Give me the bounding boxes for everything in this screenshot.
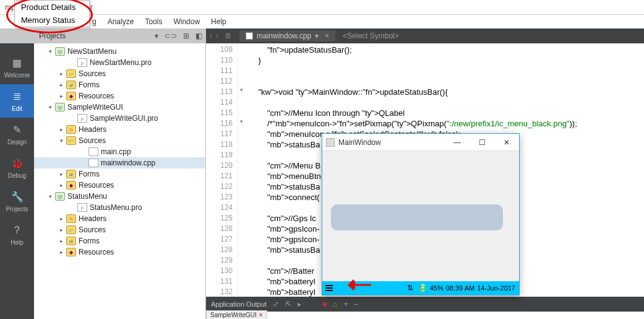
project-tree[interactable]: ▾NewStartMenuNewStartMenu.pro▸Sources▸Fo… — [34, 43, 205, 260]
fold-icon[interactable]: ▾ — [240, 87, 243, 93]
tree-row[interactable]: ▸Sources — [34, 68, 205, 79]
tree-item-label: Sources — [79, 225, 106, 234]
twisty-icon[interactable]: ▾ — [46, 193, 54, 199]
secondary-toolbar: Projects ▾ ⊂⊃ ⊞ ◧ ‹ › 🗎 mainwindow.cpp ▾… — [0, 28, 644, 43]
tree-item-label: mainwindow.cpp — [101, 159, 155, 167]
tree-row[interactable]: NewStartMenu.pro — [34, 57, 205, 68]
tree-item-label: NewStartMenu.pro — [90, 58, 152, 67]
twisty-icon[interactable]: ▾ — [46, 104, 54, 110]
twisty-icon[interactable]: ▸ — [58, 93, 65, 99]
close-icon[interactable]: × — [259, 312, 263, 318]
status-date: 14-Jun-2017 — [477, 284, 519, 292]
twisty-icon[interactable]: ▸ — [58, 171, 65, 177]
tree-row[interactable]: SampleWriteGUI.pro — [34, 113, 205, 124]
hamburger-icon[interactable] — [322, 281, 336, 295]
tree-row[interactable]: mainwindow.cpp — [34, 157, 205, 168]
twisty-icon[interactable]: ▸ — [58, 249, 65, 255]
close-icon[interactable]: × — [325, 32, 329, 40]
tree-row[interactable]: ▾NewStartMenu — [34, 46, 205, 57]
app-title: MainWindow — [338, 138, 381, 147]
app-titlebar[interactable]: MainWindow — ☐ ✕ — [322, 134, 519, 151]
menu-item[interactable]: Tools — [139, 17, 168, 26]
pro-icon — [77, 58, 87, 67]
mode-help[interactable]: ?Help — [0, 218, 34, 251]
output-tab[interactable]: SampleWriteGUI × — [206, 310, 267, 319]
add-icon[interactable]: ◧ — [195, 32, 202, 40]
editor-toolbar: ‹ › 🗎 mainwindow.cpp ▾ × <Select Symbol> — [206, 28, 644, 43]
context-menu-item[interactable]: Memory Status — [15, 14, 89, 27]
tree-item-label: main.cpp — [101, 147, 131, 156]
output-stop-icon[interactable]: ■ — [322, 300, 327, 308]
file-tab-name: mainwindow.cpp — [257, 32, 311, 40]
symbol-selector[interactable]: <Select Symbol> — [343, 32, 399, 40]
ide-titlebar: mpleWriteGUI - Qt Creator — [0, 0, 644, 15]
output-minus-icon[interactable]: – — [354, 300, 358, 308]
menu-item[interactable]: Window — [168, 17, 205, 26]
proj-icon — [55, 103, 65, 111]
twisty-icon[interactable]: ▸ — [58, 71, 65, 77]
close-button[interactable]: ✕ — [494, 134, 519, 151]
minimize-button[interactable]: — — [445, 134, 470, 151]
output-label[interactable]: Application Output — [211, 300, 267, 308]
nav-back-icon[interactable]: ‹ — [210, 32, 212, 40]
dropdown-icon[interactable]: ▾ — [315, 32, 319, 40]
context-menu-item[interactable]: Product Details — [15, 1, 89, 14]
output-next-icon[interactable]: ▸ — [298, 300, 301, 308]
link-icon[interactable]: ⊂⊃ — [165, 32, 177, 40]
tree-row[interactable]: ▸Headers — [34, 213, 205, 224]
mode-welcome[interactable]: ▦Welcome — [0, 51, 34, 84]
tree-row[interactable]: ▸Forms — [34, 235, 205, 247]
tree-row[interactable]: ▾Sources — [34, 135, 205, 146]
tree-item-label: Resources — [79, 181, 114, 190]
tree-item-label: Sources — [79, 69, 106, 78]
twisty-icon[interactable]: ▾ — [58, 138, 65, 144]
tree-row[interactable]: ▸Resources — [34, 180, 205, 191]
twisty-icon[interactable]: ▸ — [58, 182, 65, 188]
menu-item[interactable]: Help — [205, 17, 232, 26]
tree-row[interactable]: ▾StatusMenu — [34, 191, 205, 202]
mode-edit[interactable]: ≣Edit — [0, 84, 34, 118]
fold-icon[interactable]: ▾ — [240, 118, 243, 125]
twisty-icon[interactable]: ▾ — [46, 48, 54, 55]
app-content-box — [331, 204, 503, 230]
tree-row[interactable]: ▸Sources — [34, 224, 205, 235]
filter-icon[interactable]: ▾ — [155, 32, 158, 40]
file-list-icon[interactable]: 🗎 — [225, 32, 232, 40]
tree-item-label: Resources — [79, 248, 114, 256]
app-icon — [326, 138, 335, 147]
twisty-icon[interactable]: ▸ — [58, 227, 65, 233]
menu-item[interactable]: Analyze — [102, 17, 140, 26]
tree-item-label: Forms — [79, 237, 100, 245]
swap-icon: ⇅ — [405, 284, 416, 292]
nav-fwd-icon[interactable]: › — [216, 32, 218, 40]
tree-row[interactable]: ▸Resources — [34, 90, 205, 102]
tree-item-label: Forms — [79, 81, 100, 89]
output-filter-icon[interactable]: ⌂ — [333, 300, 337, 308]
output-pin-icon[interactable]: ⇱ — [285, 300, 291, 308]
split-icon[interactable]: ⊞ — [183, 32, 189, 40]
twisty-icon[interactable]: ▸ — [58, 216, 65, 222]
mode-debug[interactable]: 🐞Debug — [0, 151, 34, 185]
editor-file-tab[interactable]: mainwindow.cpp ▾ × — [239, 30, 335, 42]
maximize-button[interactable]: ☐ — [470, 134, 494, 151]
tree-item-label: Headers — [79, 125, 106, 134]
tree-row[interactable]: ▾SampleWriteGUI — [34, 102, 205, 113]
mode-design[interactable]: ✎Design — [0, 118, 34, 151]
output-bar: Application Output ⤢ ⇱ ▸ ■ ⌂ + – — [206, 297, 644, 312]
tree-row[interactable]: main.cpp — [34, 146, 205, 157]
tree-row[interactable]: ▸Headers — [34, 124, 205, 135]
twisty-icon[interactable]: ▸ — [58, 238, 65, 244]
tree-row[interactable]: ▸Forms — [34, 79, 205, 90]
output-plus-icon[interactable]: + — [343, 300, 348, 308]
tree-row[interactable]: StatusMenu.pro — [34, 202, 205, 213]
twisty-icon[interactable]: ▸ — [58, 126, 65, 133]
tree-item-label: SampleWriteGUI.pro — [90, 114, 158, 123]
projects-label: Projects — [34, 32, 66, 40]
tree-item-label: Sources — [79, 136, 106, 145]
output-expand-icon[interactable]: ⤢ — [273, 300, 279, 308]
twisty-icon[interactable]: ▸ — [58, 82, 65, 88]
tree-item-label: StatusMenu — [67, 192, 107, 201]
tree-row[interactable]: ▸Resources — [34, 247, 205, 258]
tree-row[interactable]: ▸Forms — [34, 168, 205, 180]
mode-projects[interactable]: 🔧Projects — [0, 185, 34, 218]
